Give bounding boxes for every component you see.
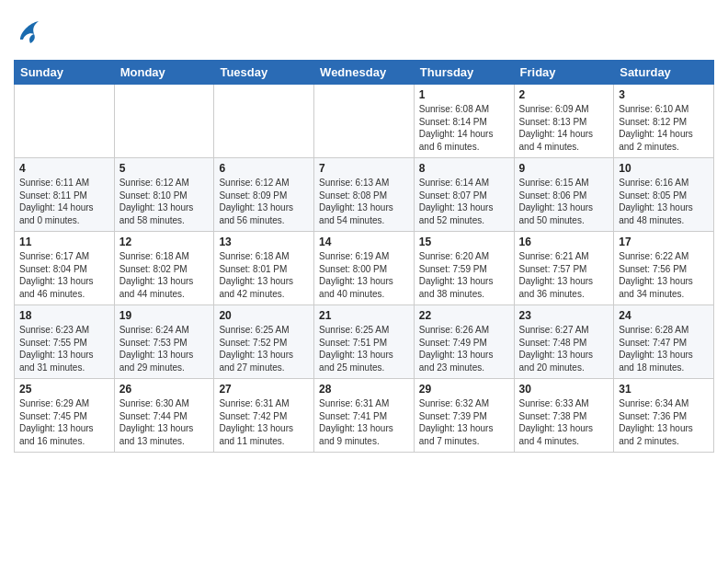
calendar-cell: 28Sunrise: 6:31 AM Sunset: 7:41 PM Dayli… bbox=[314, 379, 415, 453]
cell-daylight-info: Sunrise: 6:33 AM Sunset: 7:38 PM Dayligh… bbox=[519, 397, 609, 447]
day-number: 21 bbox=[319, 309, 409, 322]
calendar-cell: 24Sunrise: 6:28 AM Sunset: 7:47 PM Dayli… bbox=[614, 305, 714, 379]
day-number: 27 bbox=[219, 383, 309, 396]
cell-content: 24Sunrise: 6:28 AM Sunset: 7:47 PM Dayli… bbox=[619, 309, 709, 373]
day-number: 31 bbox=[619, 383, 709, 396]
day-number: 2 bbox=[519, 88, 609, 101]
calendar-cell bbox=[314, 85, 415, 158]
day-number: 10 bbox=[619, 162, 709, 175]
day-number: 11 bbox=[19, 236, 109, 248]
cell-content: 6Sunrise: 6:12 AM Sunset: 8:09 PM Daylig… bbox=[219, 162, 309, 226]
cell-daylight-info: Sunrise: 6:24 AM Sunset: 7:53 PM Dayligh… bbox=[119, 324, 210, 373]
cell-content: 23Sunrise: 6:27 AM Sunset: 7:48 PM Dayli… bbox=[519, 309, 609, 373]
cell-daylight-info: Sunrise: 6:09 AM Sunset: 8:13 PM Dayligh… bbox=[519, 103, 609, 153]
calendar-cell: 17Sunrise: 6:22 AM Sunset: 7:56 PM Dayli… bbox=[614, 232, 714, 305]
cell-content: 3Sunrise: 6:10 AM Sunset: 8:12 PM Daylig… bbox=[619, 88, 709, 153]
cell-daylight-info: Sunrise: 6:21 AM Sunset: 7:57 PM Dayligh… bbox=[519, 250, 609, 300]
cell-content: 16Sunrise: 6:21 AM Sunset: 7:57 PM Dayli… bbox=[519, 236, 609, 300]
logo bbox=[14, 9, 43, 52]
cell-content: 21Sunrise: 6:25 AM Sunset: 7:51 PM Dayli… bbox=[319, 309, 409, 373]
cell-daylight-info: Sunrise: 6:29 AM Sunset: 7:45 PM Dayligh… bbox=[19, 397, 109, 447]
cell-content: 19Sunrise: 6:24 AM Sunset: 7:53 PM Dayli… bbox=[119, 309, 210, 373]
cell-daylight-info: Sunrise: 6:18 AM Sunset: 8:01 PM Dayligh… bbox=[219, 250, 309, 300]
day-number: 8 bbox=[419, 162, 509, 175]
cell-daylight-info: Sunrise: 6:08 AM Sunset: 8:14 PM Dayligh… bbox=[419, 103, 509, 153]
cell-daylight-info: Sunrise: 6:25 AM Sunset: 7:51 PM Dayligh… bbox=[319, 324, 409, 373]
calendar-cell: 9Sunrise: 6:15 AM Sunset: 8:06 PM Daylig… bbox=[514, 158, 614, 232]
day-number: 25 bbox=[19, 383, 109, 396]
calendar-cell: 12Sunrise: 6:18 AM Sunset: 8:02 PM Dayli… bbox=[114, 232, 214, 305]
calendar-cell: 8Sunrise: 6:14 AM Sunset: 8:07 PM Daylig… bbox=[414, 158, 514, 232]
calendar-cell bbox=[214, 85, 314, 158]
calendar-cell: 2Sunrise: 6:09 AM Sunset: 8:13 PM Daylig… bbox=[514, 85, 614, 158]
day-header-friday: Friday bbox=[514, 61, 614, 85]
cell-daylight-info: Sunrise: 6:32 AM Sunset: 7:39 PM Dayligh… bbox=[419, 397, 509, 447]
cell-daylight-info: Sunrise: 6:15 AM Sunset: 8:06 PM Dayligh… bbox=[519, 177, 609, 226]
cell-daylight-info: Sunrise: 6:22 AM Sunset: 7:56 PM Dayligh… bbox=[619, 250, 709, 300]
cell-content: 22Sunrise: 6:26 AM Sunset: 7:49 PM Dayli… bbox=[419, 309, 509, 373]
cell-content: 14Sunrise: 6:19 AM Sunset: 8:00 PM Dayli… bbox=[319, 236, 409, 300]
cell-daylight-info: Sunrise: 6:20 AM Sunset: 7:59 PM Dayligh… bbox=[419, 250, 509, 300]
calendar-week-5: 25Sunrise: 6:29 AM Sunset: 7:45 PM Dayli… bbox=[15, 379, 714, 453]
cell-content: 13Sunrise: 6:18 AM Sunset: 8:01 PM Dayli… bbox=[219, 236, 309, 300]
calendar-cell: 14Sunrise: 6:19 AM Sunset: 8:00 PM Dayli… bbox=[314, 232, 415, 305]
cell-daylight-info: Sunrise: 6:25 AM Sunset: 7:52 PM Dayligh… bbox=[219, 324, 309, 373]
calendar-cell: 27Sunrise: 6:31 AM Sunset: 7:42 PM Dayli… bbox=[214, 379, 314, 453]
cell-daylight-info: Sunrise: 6:28 AM Sunset: 7:47 PM Dayligh… bbox=[619, 324, 709, 373]
day-number: 12 bbox=[119, 236, 210, 248]
cell-content: 25Sunrise: 6:29 AM Sunset: 7:45 PM Dayli… bbox=[19, 383, 109, 447]
calendar-cell bbox=[114, 85, 214, 158]
calendar-cell: 20Sunrise: 6:25 AM Sunset: 7:52 PM Dayli… bbox=[214, 305, 314, 379]
cell-content: 26Sunrise: 6:30 AM Sunset: 7:44 PM Dayli… bbox=[119, 383, 210, 447]
day-number: 14 bbox=[319, 236, 409, 248]
day-number: 15 bbox=[419, 236, 509, 248]
cell-content: 10Sunrise: 6:16 AM Sunset: 8:05 PM Dayli… bbox=[619, 162, 709, 226]
calendar-cell: 29Sunrise: 6:32 AM Sunset: 7:39 PM Dayli… bbox=[414, 379, 514, 453]
calendar-cell: 16Sunrise: 6:21 AM Sunset: 7:57 PM Dayli… bbox=[514, 232, 614, 305]
header bbox=[14, 9, 714, 52]
day-number: 19 bbox=[119, 309, 210, 322]
cell-content: 12Sunrise: 6:18 AM Sunset: 8:02 PM Dayli… bbox=[119, 236, 210, 300]
cell-daylight-info: Sunrise: 6:31 AM Sunset: 7:42 PM Dayligh… bbox=[219, 397, 309, 447]
calendar-week-3: 11Sunrise: 6:17 AM Sunset: 8:04 PM Dayli… bbox=[15, 232, 714, 305]
cell-content: 2Sunrise: 6:09 AM Sunset: 8:13 PM Daylig… bbox=[519, 88, 609, 153]
day-number: 6 bbox=[219, 162, 309, 175]
cell-daylight-info: Sunrise: 6:12 AM Sunset: 8:10 PM Dayligh… bbox=[119, 177, 210, 226]
cell-content: 20Sunrise: 6:25 AM Sunset: 7:52 PM Dayli… bbox=[219, 309, 309, 373]
day-header-sunday: Sunday bbox=[15, 61, 115, 85]
calendar-week-4: 18Sunrise: 6:23 AM Sunset: 7:55 PM Dayli… bbox=[15, 305, 714, 379]
calendar-header-row: SundayMondayTuesdayWednesdayThursdayFrid… bbox=[15, 61, 714, 85]
cell-content: 8Sunrise: 6:14 AM Sunset: 8:07 PM Daylig… bbox=[419, 162, 509, 226]
day-number: 20 bbox=[219, 309, 309, 322]
calendar-cell: 7Sunrise: 6:13 AM Sunset: 8:08 PM Daylig… bbox=[314, 158, 415, 232]
cell-daylight-info: Sunrise: 6:31 AM Sunset: 7:41 PM Dayligh… bbox=[319, 397, 409, 447]
calendar-cell bbox=[15, 85, 115, 158]
day-number: 9 bbox=[519, 162, 609, 175]
day-number: 26 bbox=[119, 383, 210, 396]
day-number: 1 bbox=[419, 88, 509, 101]
calendar-cell: 1Sunrise: 6:08 AM Sunset: 8:14 PM Daylig… bbox=[414, 85, 514, 158]
day-header-wednesday: Wednesday bbox=[314, 61, 415, 85]
cell-daylight-info: Sunrise: 6:26 AM Sunset: 7:49 PM Dayligh… bbox=[419, 324, 509, 373]
calendar-cell: 21Sunrise: 6:25 AM Sunset: 7:51 PM Dayli… bbox=[314, 305, 415, 379]
day-number: 13 bbox=[219, 236, 309, 248]
cell-content: 5Sunrise: 6:12 AM Sunset: 8:10 PM Daylig… bbox=[119, 162, 210, 226]
cell-content: 11Sunrise: 6:17 AM Sunset: 8:04 PM Dayli… bbox=[19, 236, 109, 300]
cell-daylight-info: Sunrise: 6:16 AM Sunset: 8:05 PM Dayligh… bbox=[619, 177, 709, 226]
cell-content: 9Sunrise: 6:15 AM Sunset: 8:06 PM Daylig… bbox=[519, 162, 609, 226]
day-number: 28 bbox=[319, 383, 409, 396]
cell-daylight-info: Sunrise: 6:23 AM Sunset: 7:55 PM Dayligh… bbox=[19, 324, 109, 373]
day-header-thursday: Thursday bbox=[414, 61, 514, 85]
cell-content: 15Sunrise: 6:20 AM Sunset: 7:59 PM Dayli… bbox=[419, 236, 509, 300]
calendar-cell: 19Sunrise: 6:24 AM Sunset: 7:53 PM Dayli… bbox=[114, 305, 214, 379]
calendar-cell: 31Sunrise: 6:34 AM Sunset: 7:36 PM Dayli… bbox=[614, 379, 714, 453]
cell-content: 4Sunrise: 6:11 AM Sunset: 8:11 PM Daylig… bbox=[19, 162, 109, 226]
day-number: 7 bbox=[319, 162, 409, 175]
day-number: 3 bbox=[619, 88, 709, 101]
cell-daylight-info: Sunrise: 6:27 AM Sunset: 7:48 PM Dayligh… bbox=[519, 324, 609, 373]
cell-daylight-info: Sunrise: 6:13 AM Sunset: 8:08 PM Dayligh… bbox=[319, 177, 409, 226]
day-number: 17 bbox=[619, 236, 709, 248]
calendar-cell: 26Sunrise: 6:30 AM Sunset: 7:44 PM Dayli… bbox=[114, 379, 214, 453]
cell-daylight-info: Sunrise: 6:10 AM Sunset: 8:12 PM Dayligh… bbox=[619, 103, 709, 153]
day-number: 23 bbox=[519, 309, 609, 322]
